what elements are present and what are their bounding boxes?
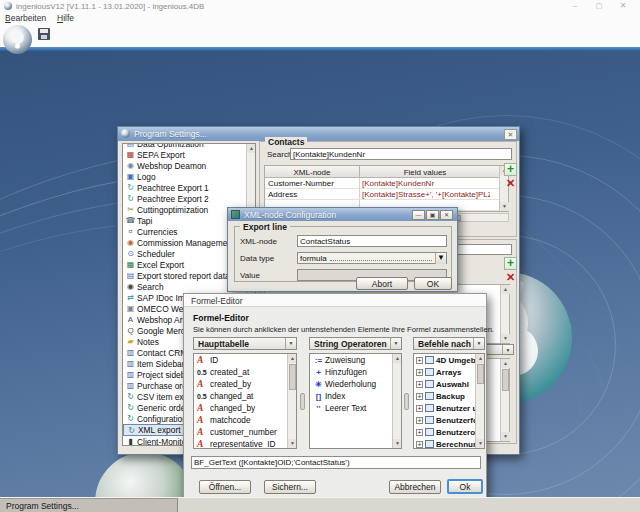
commands-tree-scrollbar[interactable]: [475, 354, 484, 448]
xml-node-label: XML-node: [240, 237, 277, 246]
chevron-down-icon[interactable]: [473, 338, 484, 349]
scroll-down-icon[interactable]: [393, 439, 402, 448]
operator-item[interactable]: []Index: [310, 390, 401, 402]
sidebar-item-sepa-export[interactable]: ▦SEPA Export: [123, 149, 255, 160]
cuttingoptimization-icon: ✂: [125, 205, 136, 214]
field-item[interactable]: 0.5created_at: [194, 366, 296, 378]
command-group-item[interactable]: +4D Umgebung: [414, 354, 484, 366]
operator-item[interactable]: ''Leerer Text: [310, 402, 401, 414]
chevron-down-icon[interactable]: [390, 338, 401, 349]
maximize-icon[interactable]: [590, 1, 608, 11]
field-item[interactable]: Achanged_by: [194, 402, 296, 414]
formel-editor-titlebar[interactable]: Formel-Editor: [184, 294, 486, 307]
command-group-label: Backup: [436, 392, 465, 401]
sidebar-item-webshop-deamon[interactable]: ◉Webshop Deamon: [123, 160, 255, 171]
chevron-down-icon[interactable]: [435, 253, 446, 264]
table-row[interactable]: Customer-Number[Kontakte]KundenNr: [265, 178, 508, 189]
formula-input[interactable]: BF_GetText ([Kontakte]OID;'ContactStatus…: [191, 456, 481, 469]
operator-item[interactable]: +Hinzufügen: [310, 366, 401, 378]
cancel-button[interactable]: Abbrechen: [389, 480, 441, 494]
scroll-up-icon[interactable]: [501, 285, 510, 294]
list-splitter-handle[interactable]: [404, 393, 409, 410]
operators-combo[interactable]: String Operatoren: [309, 337, 402, 350]
scroll-thumb[interactable]: [502, 369, 509, 391]
menu-bearbeiten[interactable]: Bearbeiten: [2, 13, 49, 23]
close-icon[interactable]: ✕: [440, 210, 453, 220]
expand-icon[interactable]: +: [416, 417, 423, 424]
chevron-down-icon[interactable]: [502, 345, 513, 354]
command-group-item[interactable]: +Arrays: [414, 366, 484, 378]
field-item[interactable]: Arepresentative_ID: [194, 438, 296, 449]
close-icon[interactable]: [614, 1, 632, 11]
command-group-item[interactable]: +Benutzeroberfläche: [414, 426, 484, 438]
ok-button[interactable]: OK: [414, 277, 452, 290]
minimize-icon[interactable]: —: [412, 210, 425, 220]
open-button[interactable]: Öffnen...: [199, 480, 251, 494]
list-splitter-handle[interactable]: [300, 393, 305, 410]
scroll-down-icon[interactable]: [501, 334, 510, 343]
fields-list-scrollbar[interactable]: [287, 354, 296, 448]
field-item[interactable]: Amatchcode: [194, 414, 296, 426]
sidebar-item-peachtree-export-1[interactable]: ↻Peachtree Export 1: [123, 182, 255, 193]
second-table-vscroll[interactable]: [500, 285, 509, 343]
expand-icon[interactable]: +: [416, 381, 423, 388]
field-item[interactable]: Acreated_by: [194, 378, 296, 390]
expand-icon[interactable]: +: [416, 441, 423, 448]
operator-item[interactable]: ✳Wiederholung: [310, 378, 401, 390]
add-row-icon[interactable]: +: [504, 257, 517, 270]
scroll-down-icon[interactable]: [288, 439, 297, 448]
save-button[interactable]: Sichern...: [264, 480, 316, 494]
command-group-item[interactable]: +Benutzer und Gruppen: [414, 402, 484, 414]
commands-combo[interactable]: Befehle nach Gruppen: [413, 337, 485, 350]
taskbar-program-settings-button[interactable]: Program Settings...: [0, 498, 178, 512]
maximize-icon[interactable]: ▣: [426, 210, 439, 220]
add-row-icon[interactable]: +: [504, 163, 517, 176]
fields-combo[interactable]: Haupttabelle: [193, 337, 297, 350]
expand-icon[interactable]: +: [416, 393, 423, 400]
field-item[interactable]: 0.5changed_at: [194, 390, 296, 402]
scroll-thumb[interactable]: [289, 364, 296, 390]
delete-row-icon[interactable]: ✕: [504, 177, 517, 190]
col-header-xml-node[interactable]: XML-node: [265, 166, 360, 177]
expand-icon[interactable]: +: [416, 405, 423, 412]
scroll-up-icon[interactable]: [247, 144, 256, 153]
scroll-up-icon[interactable]: [288, 354, 297, 363]
delete-row-icon[interactable]: ✕: [504, 271, 517, 284]
scroll-up-icon[interactable]: [476, 354, 485, 363]
field-item[interactable]: AID: [194, 354, 296, 366]
chevron-down-icon[interactable]: [285, 338, 296, 349]
command-group-item[interactable]: +Benutzerformulare: [414, 414, 484, 426]
scroll-down-icon[interactable]: [476, 439, 485, 448]
xml-node-input[interactable]: ContactStatus: [297, 235, 447, 247]
operators-list-scrollbar[interactable]: [392, 354, 401, 448]
program-settings-titlebar[interactable]: Program Settings...: [118, 127, 519, 141]
scroll-up-icon[interactable]: [393, 354, 402, 363]
scroll-thumb[interactable]: [477, 364, 484, 384]
expand-icon[interactable]: +: [416, 429, 423, 436]
expand-icon[interactable]: +: [416, 369, 423, 376]
search-input[interactable]: [Kontakte]KundenNr: [290, 148, 512, 160]
excel-export-icon: ▦: [125, 260, 136, 269]
command-group-item[interactable]: +Backup: [414, 390, 484, 402]
command-group-item[interactable]: +Berechnungen: [414, 438, 484, 449]
col-header-field-values[interactable]: Field values: [360, 166, 490, 177]
field-item[interactable]: Acustomer_number: [194, 426, 296, 438]
sidebar-item-logo[interactable]: ▣Logo: [123, 171, 255, 182]
second-list-vscroll[interactable]: [500, 359, 509, 441]
save-icon[interactable]: [38, 28, 50, 40]
abort-button[interactable]: Abort: [356, 277, 408, 290]
table-row[interactable]: Address[Kontakte]Strasse+', '+[Kontakte]…: [265, 189, 508, 200]
sidebar-item-peachtree-export-2[interactable]: ↻Peachtree Export 2: [123, 193, 255, 204]
scroll-down-icon[interactable]: [501, 432, 510, 441]
operator-item[interactable]: :=Zuweisung: [310, 354, 401, 366]
command-group-item[interactable]: +Auswahl: [414, 378, 484, 390]
minimize-icon[interactable]: [566, 1, 584, 11]
menu-hilfe[interactable]: Hilfe: [54, 13, 77, 23]
ok-button[interactable]: Ok: [447, 479, 483, 494]
expand-icon[interactable]: +: [416, 357, 423, 364]
scroll-up-icon[interactable]: [501, 359, 510, 368]
scroll-down-icon[interactable]: [500, 202, 509, 211]
operator-icon: '': [312, 404, 325, 413]
data-type-select[interactable]: formula: [297, 252, 447, 264]
program-settings-close-icon[interactable]: ✕: [504, 129, 517, 140]
